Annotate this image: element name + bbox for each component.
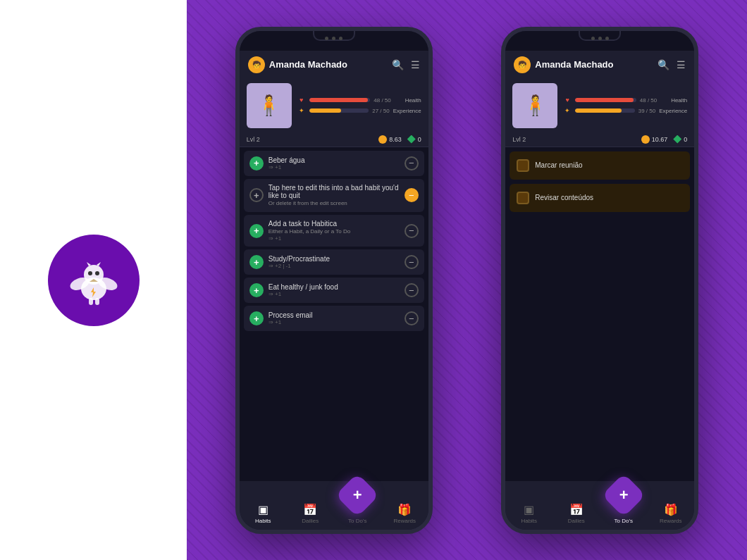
phone-top-bar-2 [505,31,694,51]
phone-habits: 🧒 Amanda Machado 🔍 ☰ 🧍 ♥ 48 / 50 Health [235,27,433,534]
exp-bar-container-2 [575,108,635,113]
svg-rect-9 [89,298,93,305]
habit-subtitle-3: Either a Habit, a Daily or a To Do [268,228,400,235]
menu-icon-2[interactable]: ☰ [677,59,686,70]
gold-value-2: 10.67 [652,136,668,143]
nav-habits-1[interactable]: ▣ Habits [240,503,287,524]
health-bar-container-2 [575,98,636,102]
nav-rewards-2[interactable]: 🎁 Rewards [647,503,694,524]
habit-plus-btn-2[interactable]: + [249,188,264,202]
nav-fab-item-1: + To Do's [334,485,381,524]
gem-icon-1 [407,135,416,144]
todo-title-1: Marcar reunião [535,161,582,169]
habit-plus-btn-3[interactable]: + [249,224,264,238]
todo-item-1[interactable]: Marcar reunião [510,151,690,180]
habit-item-3: + Add a task to Habitica Either a Habit,… [244,215,424,247]
todo-list: Marcar reunião Revisar conteúdos [505,147,694,481]
todo-checkbox-1[interactable] [517,159,529,172]
rewards-nav-icon-1: 🎁 [397,503,412,516]
todos-nav-label-2: To Do's [615,518,633,524]
search-icon-1[interactable]: 🔍 [392,59,404,70]
nav-habits-2[interactable]: ▣ Habits [505,503,552,524]
phone-dots-1 [325,37,342,40]
header-username-1: Amanda Machado [269,59,347,70]
app-header-2: 🧒 Amanda Machado 🔍 ☰ [505,51,694,79]
habit-title-1: Beber água [268,156,400,164]
nav-dailies-1[interactable]: 📅 Dailies [287,503,334,524]
dailies-nav-icon-2: 📅 [569,503,584,516]
habit-text-5: Eat healthy / junk food ⇒ +1 [268,283,400,297]
phone-dots-2 [591,37,609,40]
habit-text-6: Process email ⇒ +1 [268,311,400,325]
todo-title-2: Revisar conteúdos [535,194,593,201]
nav-rewards-1[interactable]: 🎁 Rewards [381,503,428,524]
todos-nav-label-1: To Do's [348,518,366,524]
habit-minus-btn-1[interactable]: − [405,156,419,170]
habit-minus-btn-4[interactable]: − [405,255,419,269]
user-avatar-2: 🧒 [514,56,531,73]
phone-todos: 🧒 Amanda Machado 🔍 ☰ 🧍 ♥ 48 / 50 Health [501,27,698,534]
search-icon-2[interactable]: 🔍 [658,59,669,70]
habits-nav-icon-1: ▣ [258,503,268,516]
habit-streak-4: ⇒ +2 | -1 [268,263,400,269]
header-icons-2: 🔍 ☰ [658,59,686,70]
habit-item-4: + Study/Procrastinate ⇒ +2 | -1 − [244,249,424,275]
level-text-1: Lvl 2 [247,136,260,143]
level-row-2: Lvl 2 10.67 0 [505,132,694,147]
phone-dot [339,37,342,40]
habit-plus-btn-6[interactable]: + [249,311,264,325]
habit-subtitle-2: Or delete it from the edit screen [268,200,400,207]
habits-nav-label-2: Habits [521,518,537,524]
app-header-1: 🧒 Amanda Machado 🔍 ☰ [240,51,428,79]
right-panel: 🧒 Amanda Machado 🔍 ☰ 🧍 ♥ 48 / 50 Health [187,0,747,560]
habit-text-3: Add a task to Habitica Either a Habit, a… [268,220,400,242]
rewards-nav-icon-2: 🎁 [664,503,678,516]
habit-title-5: Eat healthy / junk food [268,283,400,291]
phone-dot [591,37,595,40]
nav-dailies-2[interactable]: 📅 Dailies [552,503,600,524]
habit-plus-btn-5[interactable]: + [249,283,264,297]
health-label-2: Health [660,97,687,104]
svg-point-6 [95,271,99,275]
gold-currency-2: 10.67 [641,135,668,144]
dailies-nav-label-2: Dailies [568,518,585,524]
currency-group-1: 8.63 0 [378,135,421,144]
todo-item-2[interactable]: Revisar conteúdos [510,184,690,212]
habit-streak-3: ⇒ +1 [268,235,400,242]
header-icons-1: 🔍 ☰ [392,59,420,70]
header-left-2: 🧒 Amanda Machado [514,56,613,73]
habit-text-1: Beber água ⇒ +1 [268,156,400,170]
exp-text-2: 39 / 50 [638,108,655,114]
gold-currency-1: 8.63 [378,135,402,144]
rewards-nav-label-1: Rewards [393,518,416,524]
svg-point-5 [88,271,92,275]
bottom-nav-1: ▣ Habits 📅 Dailies + To Do's 🎁 Rewards [240,481,428,530]
habit-plus-btn-4[interactable]: + [249,255,264,269]
left-panel [0,0,187,560]
habit-text-2: Tap here to edit this into a bad habit y… [268,184,400,207]
gem-value-1: 0 [418,136,421,143]
habit-title-2: Tap here to edit this into a bad habit y… [268,184,400,199]
gem-icon-2 [673,135,681,144]
exp-row-2: ✦ 39 / 50 Experience [563,107,687,114]
stats-area-1: 🧍 ♥ 48 / 50 Health ✦ 27 / 50 Experi [240,79,428,132]
habit-plus-btn-1[interactable]: + [249,156,264,170]
menu-icon-1[interactable]: ☰ [411,59,420,70]
currency-group-2: 10.67 0 [641,135,688,144]
habit-minus-btn-6[interactable]: − [405,311,419,325]
health-row-1: ♥ 48 / 50 Health [297,97,421,104]
phone-dot [332,37,335,40]
habit-streak-5: ⇒ +1 [268,291,400,297]
todo-checkbox-2[interactable] [517,192,529,204]
nav-fab-item-2: + To Do's [600,485,647,524]
dailies-nav-label-1: Dailies [302,518,319,524]
svg-rect-10 [95,298,99,305]
exp-icon-1: ✦ [297,107,306,114]
gem-currency-1: 0 [407,135,421,144]
health-label-1: Health [395,97,421,104]
bottom-nav-2: ▣ Habits 📅 Dailies + To Do's 🎁 Rewards [505,481,694,530]
habit-minus-btn-3[interactable]: − [405,224,419,238]
phone-dot [325,37,328,40]
habit-minus-btn-2[interactable]: − [405,188,419,202]
habit-minus-btn-5[interactable]: − [405,283,419,297]
